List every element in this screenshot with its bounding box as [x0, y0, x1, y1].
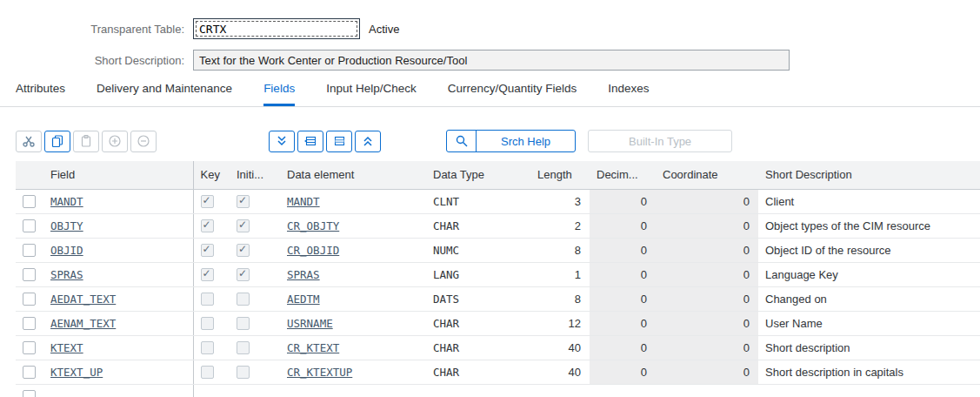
row-select-checkbox[interactable]	[23, 219, 36, 232]
short-description-input[interactable]	[193, 50, 790, 71]
data-element-cell: CR_OBJTY	[280, 213, 426, 238]
field-link[interactable]: AEDAT_TEXT	[50, 293, 116, 306]
row-select-checkbox[interactable]	[23, 244, 36, 257]
key-checkbox[interactable]	[201, 293, 214, 306]
empty-cell	[426, 384, 530, 397]
field-link[interactable]: OBJID	[50, 244, 83, 257]
key-checkbox[interactable]	[201, 268, 214, 281]
length-cell: 12	[530, 311, 590, 335]
row-select-cell	[16, 384, 43, 397]
initial-value-checkbox[interactable]	[237, 293, 250, 306]
field-link[interactable]: OBJTY	[50, 219, 83, 232]
insert-row-button[interactable]	[297, 131, 323, 152]
key-checkbox[interactable]	[201, 244, 214, 257]
coordinate-cell: 0	[656, 311, 758, 335]
data-type-cell: CHAR	[426, 311, 530, 335]
row-select-checkbox[interactable]	[23, 293, 36, 306]
srch-help-button[interactable]: Srch Help	[477, 131, 575, 151]
initial-value-checkbox[interactable]	[237, 341, 250, 354]
data-type-cell: NUMC	[426, 238, 530, 262]
key-checkbox[interactable]	[201, 366, 214, 379]
initial-value-checkbox[interactable]	[237, 219, 250, 232]
built-in-type-button[interactable]: Built-In Type	[588, 130, 732, 152]
paste-button[interactable]	[73, 131, 99, 152]
empty-cell	[530, 384, 590, 397]
move-down-button[interactable]	[269, 131, 295, 152]
field-link[interactable]: AENAM_TEXT	[50, 317, 116, 330]
data-type-cell: CHAR	[426, 335, 530, 360]
key-checkbox[interactable]	[201, 317, 214, 330]
empty-cell	[758, 384, 980, 397]
field-cell: SPRAS	[43, 262, 193, 286]
tab-fields[interactable]: Fields	[263, 82, 295, 106]
cut-button[interactable]	[16, 131, 42, 152]
column-header-key[interactable]: Key	[193, 161, 230, 189]
tab-currency-quantity-fields[interactable]: Currency/Quantity Fields	[448, 82, 577, 106]
row-select-cell	[16, 335, 43, 360]
coordinate-cell: 0	[656, 360, 758, 384]
tab-indexes[interactable]: Indexes	[608, 82, 649, 106]
data-element-link[interactable]: MANDT	[287, 195, 320, 208]
search-help-icon-button[interactable]	[447, 131, 477, 151]
field-link[interactable]: KTEXT	[50, 341, 83, 354]
data-element-link[interactable]: CR_OBJID	[287, 244, 339, 257]
field-link[interactable]: MANDT	[50, 195, 83, 208]
data-type-cell: CHAR	[426, 360, 530, 384]
delete-row-icon	[332, 134, 346, 148]
key-checkbox[interactable]	[201, 219, 214, 232]
copy-button[interactable]	[44, 131, 70, 152]
initial-value-checkbox[interactable]	[237, 366, 250, 379]
add-row-button[interactable]	[102, 131, 128, 152]
key-checkbox[interactable]	[201, 195, 214, 208]
field-link[interactable]: SPRAS	[50, 268, 83, 281]
data-element-cell: CR_KTEXT	[280, 335, 426, 360]
column-header-data-type[interactable]: Data Type	[426, 161, 530, 189]
data-element-link[interactable]: USRNAME	[287, 317, 333, 330]
initial-value-checkbox[interactable]	[237, 268, 250, 281]
data-element-link[interactable]: CR_KTEXT	[287, 341, 339, 354]
row-select-checkbox[interactable]	[23, 268, 36, 281]
remove-row-button[interactable]	[130, 131, 157, 152]
initial-value-checkbox[interactable]	[237, 317, 250, 330]
tab-delivery-and-maintenance[interactable]: Delivery and Maintenance	[97, 82, 232, 106]
delete-row-button[interactable]	[326, 131, 352, 152]
field-link[interactable]: KTEXT_UP	[50, 366, 103, 379]
length-cell: 3	[530, 189, 590, 213]
row-select-cell	[16, 262, 43, 286]
column-header-initi[interactable]: Initi...	[230, 161, 280, 189]
column-header-coordinate[interactable]: Coordinate	[656, 161, 758, 189]
field-cell: AENAM_TEXT	[43, 311, 193, 335]
key-cell	[193, 238, 230, 262]
column-header-decim[interactable]: Decim...	[590, 161, 656, 189]
column-header-data-element[interactable]: Data element	[280, 161, 426, 189]
row-select-checkbox[interactable]	[23, 317, 36, 330]
row-select-checkbox[interactable]	[23, 366, 36, 379]
move-up-button[interactable]	[355, 131, 381, 152]
transparent-table-label: Transparent Table:	[0, 23, 193, 36]
tab-attributes[interactable]: Attributes	[16, 82, 65, 106]
row-select-checkbox[interactable]	[23, 195, 36, 208]
table-row: SPRASSPRASLANG100Language Key	[16, 262, 980, 286]
data-element-link[interactable]: CR_OBJTY	[287, 219, 339, 232]
data-element-link[interactable]: SPRAS	[287, 268, 320, 281]
field-cell: KTEXT	[43, 335, 193, 360]
key-checkbox[interactable]	[201, 341, 214, 354]
key-cell	[193, 262, 230, 286]
data-element-link[interactable]: AEDTM	[287, 293, 320, 306]
decimals-cell: 0	[590, 189, 656, 213]
column-header-field[interactable]: Field	[43, 161, 193, 189]
column-header-length[interactable]: Length	[530, 161, 590, 189]
row-select-checkbox[interactable]	[23, 341, 36, 354]
initial-cell	[230, 311, 280, 335]
table-name-input[interactable]	[193, 18, 360, 39]
decimals-cell: 0	[590, 262, 656, 286]
initial-cell	[230, 238, 280, 262]
table-row: AEDAT_TEXTAEDTMDATS800Changed on	[16, 286, 980, 311]
initial-value-checkbox[interactable]	[237, 244, 250, 257]
initial-value-checkbox[interactable]	[237, 195, 250, 208]
column-header-short-description[interactable]: Short Description	[758, 161, 980, 189]
data-element-link[interactable]: CR_KTEXTUP	[287, 366, 352, 379]
decimals-cell: 0	[590, 238, 656, 262]
tab-input-help-check[interactable]: Input Help/Check	[326, 82, 417, 106]
row-select-checkbox[interactable]	[23, 390, 36, 397]
